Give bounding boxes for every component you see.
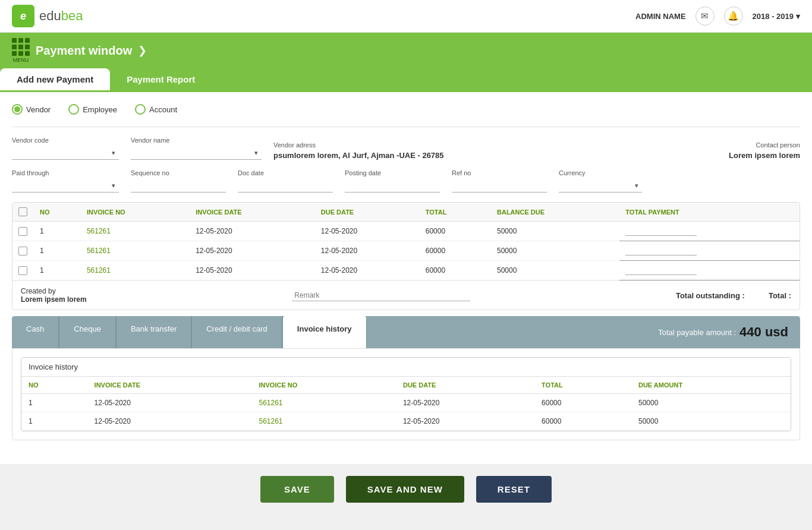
hist-due-date-1: 12-05-2020 (396, 412, 534, 431)
hist-no-1: 1 (21, 412, 87, 431)
row-invoice-no-0: 561261 (81, 222, 190, 241)
tab-cheque[interactable]: Cheque (59, 316, 116, 348)
row-no-1: 1 (34, 241, 81, 261)
paid-through-text[interactable] (15, 181, 109, 190)
vendor-name-input[interactable]: ▾ (131, 146, 262, 160)
sequence-no-input[interactable] (131, 179, 226, 193)
row-invoice-no-1: 561261 (81, 241, 190, 261)
doc-date-field: Doc date (238, 169, 333, 193)
posting-date-text[interactable] (348, 181, 436, 190)
total-payable-label: Total payable amount : (658, 328, 736, 337)
radio-vendor[interactable]: Vendor (12, 104, 51, 115)
hist-total-0: 60000 (534, 394, 631, 412)
row-total-payment-2[interactable] (619, 261, 800, 280)
total-payment-input-2[interactable] (625, 266, 697, 275)
save-button[interactable]: SAVE (260, 476, 334, 503)
vendor-address-group: Vendor adress psumlorem lorem, Al Jurf, … (273, 141, 717, 160)
radio-account-label: Account (149, 105, 177, 114)
currency-label: Currency (559, 169, 642, 176)
row-total-0: 60000 (420, 222, 491, 241)
save-and-new-button[interactable]: SAVE AND NEW (346, 476, 464, 503)
remark-input[interactable] (292, 290, 470, 301)
main-content: Vendor Employee Account Vendor code ▾ (0, 90, 812, 464)
header-bar: MENU Payment window ❯ (0, 33, 812, 68)
row-total-payment-0[interactable] (619, 222, 800, 241)
total-payment-input-0[interactable] (625, 226, 697, 236)
vendor-code-text[interactable] (15, 149, 109, 157)
tabs-area: Add new Payment Payment Report (0, 68, 812, 90)
menu-label: MENU (13, 57, 29, 63)
currency-text[interactable] (562, 181, 632, 190)
row-due-date-2: 12-05-2020 (315, 261, 420, 280)
row-checkbox-input-1[interactable] (18, 247, 27, 255)
menu-button[interactable]: MENU (12, 38, 30, 63)
hist-due-amount-0: 50000 (631, 394, 791, 412)
radio-employee[interactable]: Employee (68, 104, 117, 115)
row-checkbox-input-0[interactable] (18, 227, 27, 236)
hist-due-date-0: 12-05-2020 (396, 394, 534, 412)
bell-icon[interactable]: 🔔 (724, 7, 743, 26)
hist-invoice-date-1: 12-05-2020 (87, 412, 252, 431)
sequence-no-text[interactable] (134, 181, 222, 190)
list-item: 1 12-05-2020 561261 12-05-2020 60000 500… (21, 394, 791, 412)
vendor-address-label: Vendor adress (273, 141, 717, 149)
table-row: 1 561261 12-05-2020 12-05-2020 60000 500… (12, 241, 800, 261)
year-selector[interactable]: 2018 - 2019 ▾ (753, 12, 800, 21)
row-balance-due-2: 50000 (491, 261, 619, 280)
row-checkbox-input-2[interactable] (18, 266, 27, 275)
vendor-code-input[interactable]: ▾ (12, 146, 119, 160)
mail-icon[interactable]: ✉ (695, 7, 715, 26)
ref-no-text[interactable] (455, 181, 543, 190)
totals-group: Total outstanding : Total : (676, 291, 791, 300)
doc-date-input[interactable] (238, 179, 333, 193)
payment-tabs-container: Cash Cheque Bank transfer Credit / debit… (12, 316, 800, 452)
tab-bank-transfer[interactable]: Bank transfer (117, 316, 191, 348)
row-total-payment-1[interactable] (619, 241, 800, 261)
hist-col-due-amount: DUE AMOUNT (631, 377, 791, 394)
row-invoice-date-2: 12-05-2020 (190, 261, 315, 280)
posting-date-field: Posting date (345, 169, 440, 193)
tab-invoice-history[interactable]: Invoice history (283, 316, 367, 348)
row-no-0: 1 (34, 222, 81, 241)
tab-payment-report[interactable]: Payment Report (110, 68, 212, 90)
hist-col-invoice-no: INVOICE NO (252, 377, 396, 394)
doc-date-text[interactable] (241, 181, 329, 190)
col-due-date: DUE DATE (315, 203, 420, 222)
paid-through-input[interactable]: ▾ (12, 179, 119, 193)
created-by-label: Created by (21, 287, 87, 295)
hist-total-1: 60000 (534, 412, 631, 431)
hist-col-invoice-date: INVOICE DATE (87, 377, 252, 394)
select-all-th (12, 203, 34, 222)
posting-date-input[interactable] (345, 179, 440, 193)
radio-vendor-label: Vendor (26, 105, 51, 114)
tab-credit-debit[interactable]: Credit / debit card (192, 316, 282, 348)
total-payment-input-1[interactable] (625, 246, 697, 255)
sequence-no-field: Sequence no (131, 169, 226, 193)
select-all-checkbox[interactable] (18, 207, 27, 216)
created-by-group: Created by Lorem ipsem lorem (21, 287, 87, 304)
logo-text: edubea (39, 8, 83, 24)
navbar-right: ADMIN NAME ✉ 🔔 2018 - 2019 ▾ (635, 7, 800, 26)
doc-date-label: Doc date (238, 169, 333, 176)
row-balance-due-1: 50000 (491, 241, 619, 261)
currency-input[interactable]: ▾ (559, 179, 642, 193)
tab-add-payment[interactable]: Add new Payment (0, 68, 110, 90)
reset-button[interactable]: RESET (476, 476, 552, 503)
paid-through-label: Paid through (12, 169, 119, 176)
logo-icon: e (12, 5, 34, 27)
hist-col-due-date: DUE DATE (396, 377, 534, 394)
history-table-body: 1 12-05-2020 561261 12-05-2020 60000 500… (21, 394, 791, 431)
invoice-history-section: Invoice history NO INVOICE DATE INVOICE … (12, 348, 800, 440)
ref-no-input[interactable] (452, 179, 547, 193)
vendor-code-label: Vendor code (12, 137, 119, 144)
table-row: 1 561261 12-05-2020 12-05-2020 60000 500… (12, 261, 800, 280)
vendor-name-field: Vendor name ▾ (131, 137, 262, 160)
total-payable-value: 440 usd (739, 324, 788, 340)
radio-account[interactable]: Account (135, 104, 177, 115)
vendor-name-text[interactable] (134, 149, 252, 157)
vendor-address-value: psumlorem lorem, Al Jurf, Ajman -UAE - 2… (273, 151, 717, 160)
year-dropdown-arrow: ▾ (796, 12, 800, 21)
posting-date-label: Posting date (345, 169, 440, 176)
payment-tabs-bar: Cash Cheque Bank transfer Credit / debit… (12, 316, 800, 348)
tab-cash[interactable]: Cash (12, 316, 59, 348)
